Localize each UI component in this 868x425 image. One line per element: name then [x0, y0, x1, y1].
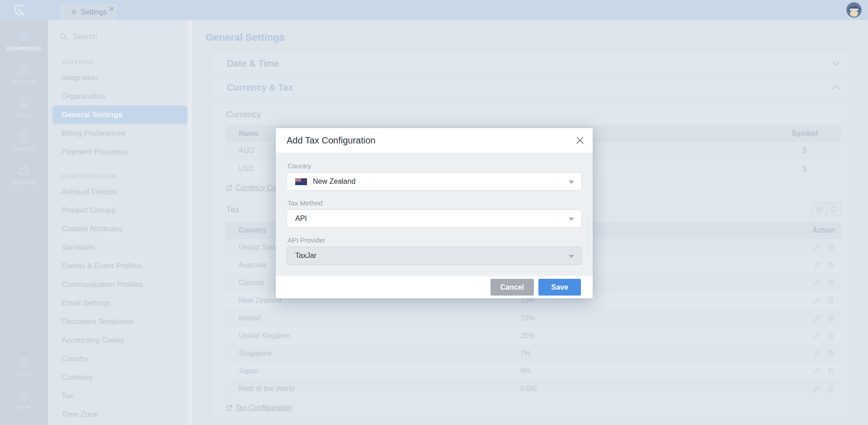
tax-method-select-value: API [295, 215, 307, 223]
tax-method-select[interactable]: API [287, 210, 582, 228]
country-select[interactable]: New Zealand [287, 172, 582, 191]
close-icon[interactable] [575, 135, 585, 146]
save-button[interactable]: Save [538, 279, 581, 296]
modal-title: Add Tax Configuration [287, 135, 375, 146]
api-provider-field-label: API Provider [288, 237, 582, 244]
add-tax-configuration-modal: Add Tax Configuration Country [276, 128, 593, 298]
tax-method-field-label: Tax Method [288, 200, 582, 206]
country-field-label: Country [288, 162, 582, 169]
chevron-down-icon [569, 218, 574, 221]
country-select-value: New Zealand [313, 177, 355, 186]
cancel-button[interactable]: Cancel [491, 279, 534, 296]
api-provider-select-value: TaxJar [295, 252, 316, 260]
api-provider-select: TaxJar [287, 247, 582, 265]
new-zealand-flag-icon [295, 178, 307, 185]
chevron-down-icon [569, 181, 574, 184]
chevron-down-icon [569, 255, 574, 258]
